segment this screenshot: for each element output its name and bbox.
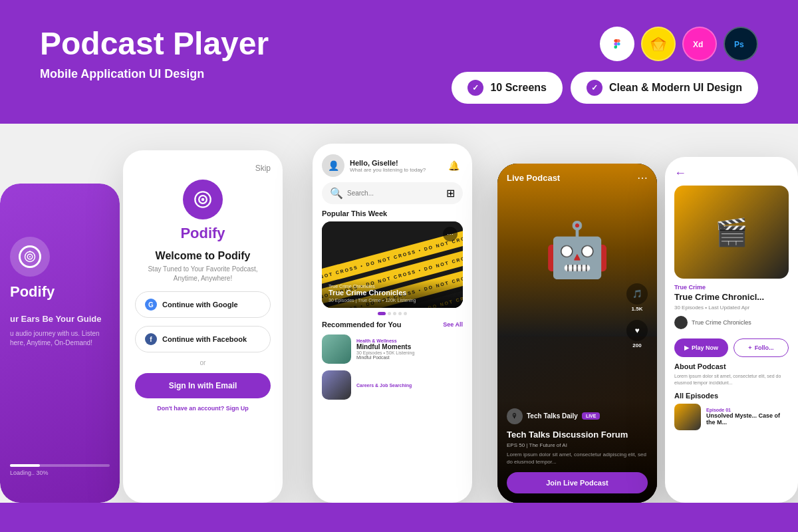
splash-tagline: ur Ears Be Your Guide — [10, 314, 110, 325]
rec-item-1[interactable]: Health & Wellness Mindful Moments 30 Epi… — [313, 331, 472, 367]
author-name: True Crime Chronicles — [692, 319, 751, 326]
recommended-label: Recommended for You — [322, 321, 401, 329]
card-overlay: True Crime Chronicles True Crime Chronic… — [322, 279, 463, 308]
phone-splash: Podify ur Ears Be Your Guide u audio jou… — [0, 184, 120, 503]
search-input[interactable] — [347, 190, 442, 197]
notification-icon[interactable]: 🔔 — [444, 156, 463, 175]
splash-logo — [10, 237, 50, 277]
search-icon: 🔍 — [330, 187, 343, 200]
xd-icon: Xd — [682, 27, 717, 61]
rec-item-2[interactable]: Careers & Job Searching — [313, 367, 472, 403]
splash-desc: u audio journey with us. Listen here, An… — [10, 329, 110, 348]
signup-prompt: Don't have an account? Sign Up — [157, 405, 249, 412]
about-section: About Podcast Lorem ipsum dolor sit amet… — [665, 362, 798, 386]
svg-point-18 — [201, 198, 205, 201]
home-greeting: Hello, Giselle! — [350, 159, 426, 167]
detail-title: True Crime Chronicl... — [665, 291, 798, 303]
detail-meta: 30 Episodes • Last Updated Apr — [665, 303, 798, 312]
detail-hero-image: 🎬 — [674, 186, 789, 279]
ep-thumb-1 — [674, 404, 701, 430]
author-avatar — [674, 316, 688, 329]
card-meta: 30 Episodes | True Crime • 120K Listenin… — [329, 298, 456, 303]
login-subtitle: Stay Tuned to Your Favorite Podcast, Any… — [135, 265, 271, 283]
screens-badge: ✓ 10 Screens — [452, 72, 563, 104]
rec-info-1: Health & Wellness Mindful Moments 30 Epi… — [356, 338, 414, 360]
greeting-block: Hello, Giselle! What are you listening t… — [350, 159, 426, 173]
avatar: 👤 — [322, 154, 344, 177]
follow-button[interactable]: + Follo... — [733, 338, 789, 357]
phone-login: Skip Podify Welcome to Podify Stay Tuned… — [123, 150, 283, 503]
play-icon: ▶ — [684, 344, 689, 351]
listen-count: 1.5K — [632, 306, 643, 312]
facebook-button-label: Continue with Facebook — [162, 335, 247, 343]
back-button[interactable]: ← — [665, 157, 798, 180]
ep-info-1: Episode 01 Unsolved Myste... Case of the… — [706, 408, 789, 426]
live-more-icon[interactable]: ⋯ — [637, 172, 648, 184]
episode-item-1[interactable]: Episode 01 Unsolved Myste... Case of the… — [665, 400, 798, 434]
live-podcast-title: Tech Talks Discussion Forum — [507, 430, 648, 440]
play-button[interactable]: ▶ Play Now — [674, 338, 728, 357]
search-bar[interactable]: 🔍 ⊞ — [322, 182, 463, 204]
listen-icon: 🎵 — [626, 283, 648, 305]
ep-num-1: Episode 01 — [706, 408, 789, 412]
header-left: Podcast Player Mobile Application UI Des… — [40, 27, 269, 81]
live-stats: 🎵 1.5K ♥ 200 — [626, 283, 648, 348]
page-subtitle: Mobile Application UI Design — [40, 67, 269, 81]
svg-text:Ps: Ps — [734, 40, 744, 49]
rec-thumb-img-1 — [322, 334, 351, 364]
rec-cat-2: Careers & Job Searching — [356, 383, 412, 388]
signup-prompt-text: Don't have an account? — [157, 405, 224, 412]
phone-home: 👤 Hello, Giselle! What are you listening… — [313, 144, 472, 503]
home-user-info: 👤 Hello, Giselle! What are you listening… — [322, 154, 426, 177]
card-title: True Crime Chronicles — [329, 289, 456, 297]
home-sub: What are you listening to today? — [350, 167, 426, 173]
live-stat-like[interactable]: ♥ 200 — [626, 320, 648, 348]
filter-icon[interactable]: ⊞ — [446, 187, 455, 200]
progress-bar-wrap: Loading.. 30% — [10, 464, 110, 476]
rec-thumb-2 — [322, 370, 351, 400]
see-all-button[interactable]: See All — [443, 321, 463, 328]
splash-logo-inner — [19, 245, 41, 268]
svg-point-14 — [29, 256, 31, 257]
dot-3 — [393, 312, 396, 315]
header: Podcast Player Mobile Application UI Des… — [0, 0, 798, 124]
podcast-card[interactable]: NOT CROSS • DO NOT CROSS • DO NOT CROSS … — [322, 221, 463, 308]
live-stat-listen: 🎵 1.5K — [626, 283, 648, 312]
about-text: Lorem ipsum dolor sit amet, consectetur … — [674, 373, 789, 386]
live-podcast-name: Tech Talks Daily — [527, 412, 578, 420]
follow-icon: + — [748, 344, 751, 351]
card-menu-icon[interactable]: ⋯ — [443, 227, 458, 241]
design-badge: ✓ Clean & Modern UI Design — [571, 72, 758, 104]
screens-label: 10 Screens — [490, 82, 547, 94]
rec-thumb-1 — [322, 334, 351, 364]
facebook-button[interactable]: f Continue with Facebook — [135, 326, 271, 352]
or-divider: or — [200, 359, 206, 366]
tool-icons: Xd Ps — [600, 27, 758, 61]
home-header: 👤 Hello, Giselle! What are you listening… — [313, 144, 472, 182]
popular-label: Popular This Week — [313, 209, 472, 217]
splash-brand: Podify — [10, 283, 110, 301]
rec-name-1: Mindful Moments — [356, 343, 414, 350]
phone-live: 🤖 Live Podcast ⋯ 🎵 1.5K ♥ 200 🎙 Tech Tal… — [497, 164, 657, 503]
live-avatar: 🎙 — [507, 408, 523, 424]
progress-label: Loading.. 30% — [10, 469, 110, 476]
detail-author: True Crime Chronicles — [665, 312, 798, 333]
rec-cat-1: Health & Wellness — [356, 338, 414, 343]
phone-detail: ← 🎬 True Crime True Crime Chronicl... 30… — [665, 157, 798, 503]
live-badge: LIVE — [582, 412, 600, 420]
login-logo — [183, 180, 223, 219]
dot-5 — [404, 312, 407, 315]
google-button[interactable]: G Continue with Google — [135, 291, 271, 318]
sketch-icon — [641, 27, 676, 61]
detail-category: True Crime — [665, 284, 798, 291]
live-bottom: 🎙 Tech Talks Daily LIVE Tech Talks Discu… — [497, 399, 657, 503]
join-button[interactable]: Join Live Podcast — [507, 472, 648, 493]
all-episodes-label: All Episodes — [665, 386, 798, 400]
signin-button[interactable]: Sign In with Email — [135, 373, 271, 398]
svg-text:Xd: Xd — [693, 40, 703, 49]
screens-check-icon: ✓ — [467, 80, 483, 96]
ep-name-1: Unsolved Myste... Case of the M... — [706, 412, 789, 426]
signup-link[interactable]: Sign Up — [226, 405, 249, 412]
skip-button[interactable]: Skip — [255, 164, 271, 173]
progress-bar-fill — [10, 464, 40, 467]
